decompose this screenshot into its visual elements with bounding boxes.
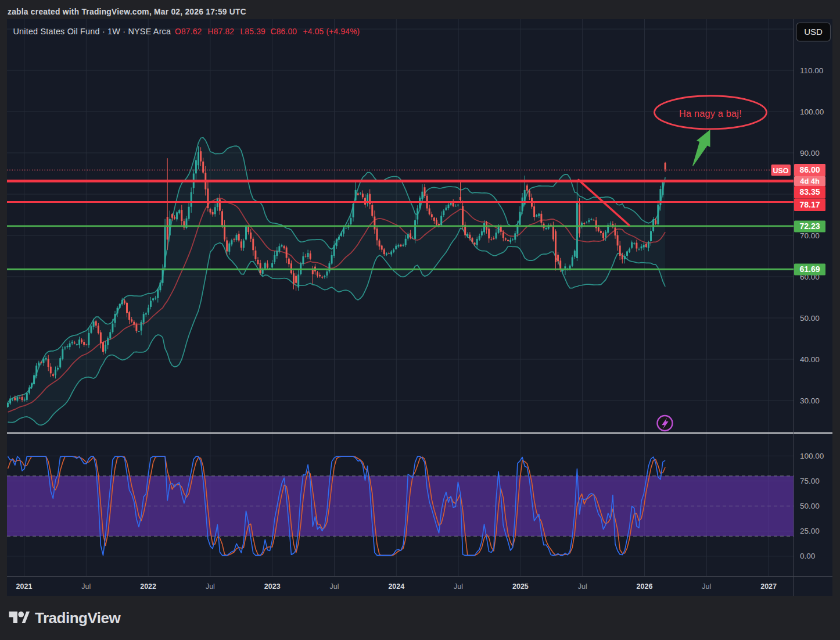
svg-text:78.17: 78.17	[799, 200, 820, 209]
svg-text:USD: USD	[804, 27, 823, 37]
svg-text:83.35: 83.35	[799, 187, 820, 196]
svg-text:Jul: Jul	[578, 582, 587, 591]
svg-text:+4.05 (+4.94%): +4.05 (+4.94%)	[303, 27, 360, 36]
svg-text:2023: 2023	[264, 582, 281, 591]
svg-text:zabla created with TradingView: zabla created with TradingView.com, Mar …	[8, 8, 246, 16]
svg-text:50.00: 50.00	[800, 314, 820, 323]
svg-text:O87.62: O87.62	[175, 27, 202, 36]
svg-text:L85.39: L85.39	[240, 27, 266, 36]
svg-text:75.00: 75.00	[800, 477, 820, 485]
svg-text:H87.82: H87.82	[208, 27, 235, 36]
svg-text:61.69: 61.69	[799, 264, 820, 274]
svg-text:TradingView: TradingView	[35, 609, 121, 627]
svg-text:2026: 2026	[637, 582, 653, 591]
svg-text:2025: 2025	[512, 582, 529, 591]
svg-text:4d 4h: 4d 4h	[800, 177, 820, 185]
svg-text:50.00: 50.00	[800, 502, 820, 510]
svg-text:90.00: 90.00	[800, 149, 820, 158]
svg-text:40.00: 40.00	[800, 355, 820, 364]
svg-text:Jul: Jul	[330, 582, 339, 591]
svg-text:70.00: 70.00	[800, 231, 820, 240]
svg-text:100.00: 100.00	[800, 452, 824, 460]
svg-text:2027: 2027	[760, 582, 777, 591]
svg-text:2022: 2022	[140, 582, 156, 591]
svg-text:Jul: Jul	[206, 582, 215, 591]
svg-text:110.00: 110.00	[800, 66, 823, 75]
svg-text:United States Oil Fund · 1W ·: United States Oil Fund · 1W · NYSE Arca	[13, 27, 171, 36]
svg-text:Jul: Jul	[81, 582, 91, 591]
svg-text:30.00: 30.00	[800, 396, 820, 405]
svg-text:25.00: 25.00	[800, 527, 820, 535]
svg-text:Jul: Jul	[454, 582, 463, 591]
svg-text:Ha nagy a baj!: Ha nagy a baj!	[679, 108, 742, 119]
svg-text:2024: 2024	[388, 582, 404, 591]
svg-text:Jul: Jul	[702, 582, 711, 591]
svg-text:0.00: 0.00	[800, 552, 815, 560]
svg-text:C86.00: C86.00	[271, 27, 297, 36]
svg-text:100.00: 100.00	[800, 108, 824, 116]
svg-text:86.00: 86.00	[799, 165, 820, 174]
svg-text:72.23: 72.23	[799, 221, 820, 231]
svg-text:2021: 2021	[16, 582, 33, 591]
svg-text:USO: USO	[773, 167, 789, 175]
